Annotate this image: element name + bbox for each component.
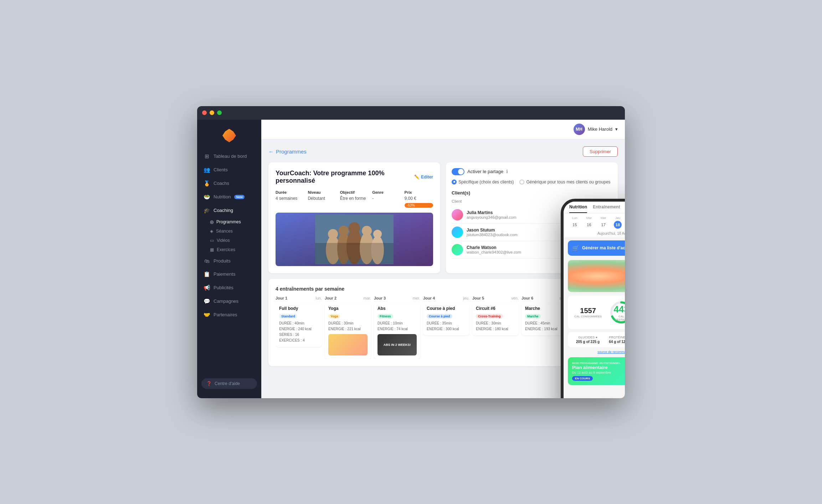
sidebar-item-paiements[interactable]: 📋 Paiements bbox=[197, 267, 261, 281]
week-day-jeu: Jeu 18 bbox=[611, 216, 625, 229]
campagnes-icon: 💬 bbox=[204, 298, 210, 305]
phone-content: 🛒 Générer ma liste d'achats 1557 CAL CON… bbox=[564, 237, 625, 398]
sidebar-label-coachs: Coachs bbox=[214, 181, 229, 186]
sidebar-item-produits[interactable]: 🛍 Produits bbox=[197, 254, 261, 267]
svg-point-7 bbox=[339, 226, 349, 236]
macro-value-glucides: 205 g of 225 g bbox=[576, 340, 600, 344]
user-initials: MH bbox=[576, 127, 582, 132]
client-info-2: Charle Watson watson_charle94302@live.co… bbox=[467, 245, 521, 254]
sidebar-item-campagnes[interactable]: 💬 Campagnes bbox=[197, 295, 261, 308]
day-num-1: Jour 2 bbox=[325, 296, 336, 300]
help-icon: ❓ bbox=[206, 381, 212, 386]
workout-title-4: Circuit #6 bbox=[476, 306, 515, 311]
back-link[interactable]: ← Programmes bbox=[268, 149, 307, 155]
workout-card-0: Full body Standard DURÉE : 40min ENERGIE… bbox=[276, 302, 322, 347]
maximize-button[interactable] bbox=[217, 110, 222, 115]
svg-point-8 bbox=[349, 222, 360, 234]
schedule-header: 4 entraînements par semaine bbox=[276, 286, 611, 292]
workout-thumb-1 bbox=[328, 334, 368, 355]
meta-value-genre: - bbox=[372, 196, 401, 201]
cal-consumed-number: 1557 bbox=[574, 307, 602, 315]
sidebar-sub-seances[interactable]: ◈ Séances bbox=[197, 227, 261, 236]
week-days: Lun 15 Mar 16 Mer 17 Jeu 18 bbox=[568, 216, 625, 229]
produits-icon: 🛍 bbox=[204, 258, 210, 264]
page-header: ← Programmes Supprimer bbox=[268, 146, 618, 157]
day-name-1: mar. bbox=[364, 296, 371, 300]
sidebar-item-tableau-de-bord[interactable]: ⊞ Tableau de bord bbox=[197, 150, 261, 163]
sidebar-label-coaching: Coaching bbox=[214, 208, 233, 213]
sharing-toggle[interactable] bbox=[452, 168, 464, 175]
day-num-3: Jour 4 bbox=[423, 296, 435, 300]
abs-thumb-text: ABS IN 2 WEEKS! bbox=[384, 343, 411, 347]
sidebar-label-paiements: Paiements bbox=[214, 271, 235, 277]
sidebar-sub-videos[interactable]: ▭ Vidéos bbox=[197, 236, 261, 245]
user-menu[interactable]: MH Mike Harold ▾ bbox=[574, 124, 618, 135]
generate-button[interactable]: 🛒 Générer ma liste d'achats bbox=[568, 240, 625, 256]
close-button[interactable] bbox=[202, 110, 207, 115]
week-day-num-mar[interactable]: 16 bbox=[585, 221, 593, 229]
sidebar-logo bbox=[197, 125, 261, 150]
np-label: MON PROGRAMME NUTRITIONNEL bbox=[572, 362, 621, 365]
toggle-label: Activer le partage bbox=[467, 169, 503, 174]
sidebar-item-clients[interactable]: 👥 Clients bbox=[197, 163, 261, 177]
toggle-row: Activer le partage ℹ bbox=[452, 168, 612, 175]
help-button[interactable]: ❓ Centre d'aide bbox=[201, 378, 257, 389]
cal-consumed: 1557 CAL CONSOMMÉES bbox=[574, 307, 602, 318]
sidebar-item-publicites[interactable]: 📢 Publicités bbox=[197, 281, 261, 295]
week-day-num-mer[interactable]: 17 bbox=[600, 221, 607, 229]
sidebar-item-coaching[interactable]: 🎓 Coaching bbox=[197, 204, 261, 217]
day-num-0: Jour 1 bbox=[276, 296, 287, 300]
coaching-icon: 🎓 bbox=[204, 207, 210, 214]
week-day-num-lun[interactable]: 15 bbox=[571, 221, 579, 229]
workout-stats-3: DURÉE : 35min ENERGIE : 300 kcal bbox=[427, 321, 466, 332]
sidebar-item-partenaires[interactable]: 🤝 Partenaires bbox=[197, 308, 261, 322]
sidebar-item-nutrition[interactable]: 🥗 Nutrition New bbox=[197, 190, 261, 204]
workout-title-3: Course à pied bbox=[427, 306, 466, 311]
cart-icon: 🛒 bbox=[572, 245, 579, 251]
macros-row: GLUCIDES ● 205 g of 225 g PROTÉINES ● 64… bbox=[568, 332, 625, 347]
phone-tab-entrainement[interactable]: Entraînement bbox=[593, 204, 620, 213]
top-bar: MH Mike Harold ▾ bbox=[261, 120, 625, 139]
sidebar-label-nutrition: Nutrition bbox=[214, 194, 231, 199]
workout-title-5: Marche bbox=[525, 306, 564, 311]
radio-generic[interactable]: Générique pour tous mes clients ou group… bbox=[519, 180, 610, 185]
meta-objectif: Objectif Être en forme bbox=[340, 190, 369, 208]
sidebar: ⊞ Tableau de bord 👥 Clients 🏅 Coachs 🥗 N… bbox=[197, 120, 261, 398]
day-header-1: Jour 2 mar. bbox=[325, 296, 371, 300]
exercices-icon: ▦ bbox=[210, 247, 214, 252]
sidebar-sub-programmes[interactable]: ◎ Programmes bbox=[197, 217, 261, 227]
home-icon: ⊞ bbox=[204, 153, 210, 160]
info-icon: ℹ bbox=[506, 169, 508, 174]
sidebar-item-coachs[interactable]: 🏅 Coachs bbox=[197, 177, 261, 190]
delete-button[interactable]: Supprimer bbox=[583, 146, 618, 157]
today-label: Aujourd'hui, 18 Août 2022 bbox=[564, 230, 625, 237]
week-day-num-jeu[interactable]: 18 bbox=[614, 221, 622, 229]
client-avatar-0 bbox=[452, 209, 463, 220]
radio-specific[interactable]: Spécifique (choix des clients) bbox=[452, 180, 514, 185]
day-header-2: Jour 3 mer. bbox=[374, 296, 420, 300]
schedule-grid: Jour 1 lun. Full body Standard DURÉE : 4… bbox=[276, 296, 611, 359]
source-link[interactable]: source de recommandations bbox=[568, 350, 625, 354]
minimize-button[interactable] bbox=[210, 110, 214, 115]
svg-point-6 bbox=[328, 229, 338, 239]
workout-tag-2: Fitness bbox=[377, 314, 393, 318]
partenaires-icon: 🤝 bbox=[204, 312, 210, 318]
sidebar-sub-label-programmes: Programmes bbox=[216, 219, 241, 224]
np-dates: Du 12 août au 9 septembre bbox=[572, 371, 621, 374]
calorie-ring-chart: 443 CAL RESTANT bbox=[609, 300, 625, 325]
day-col-3: Jour 4 jeu. Course à pied Course à pied … bbox=[423, 296, 469, 359]
workout-tag-0: Standard bbox=[279, 314, 297, 318]
edit-button[interactable]: ✏️ Editer bbox=[414, 175, 433, 180]
user-avatar: MH bbox=[574, 124, 585, 135]
radio-label-specific: Spécifique (choix des clients) bbox=[458, 180, 514, 185]
user-chevron-icon: ▾ bbox=[615, 126, 618, 132]
meta-value-niveau: Débutant bbox=[308, 196, 336, 201]
phone-tab-nutrition[interactable]: Nutrition bbox=[569, 204, 587, 213]
day-col-2: Jour 3 mer. Abs Fitness DURÉE : 10min EN… bbox=[374, 296, 420, 359]
cal-remaining-number: 443 bbox=[614, 303, 625, 315]
workout-card-2: Abs Fitness DURÉE : 10min ENERGIE : 74 k… bbox=[374, 302, 420, 359]
phone-tabs: Nutrition Entraînement ⚙ 📅 bbox=[564, 202, 625, 213]
back-arrow-icon: ← bbox=[268, 149, 274, 155]
workout-stats-1: DURÉE : 30min ENERGIE : 221 kcal bbox=[328, 321, 368, 332]
sidebar-sub-exercices[interactable]: ▦ Exercices bbox=[197, 245, 261, 254]
